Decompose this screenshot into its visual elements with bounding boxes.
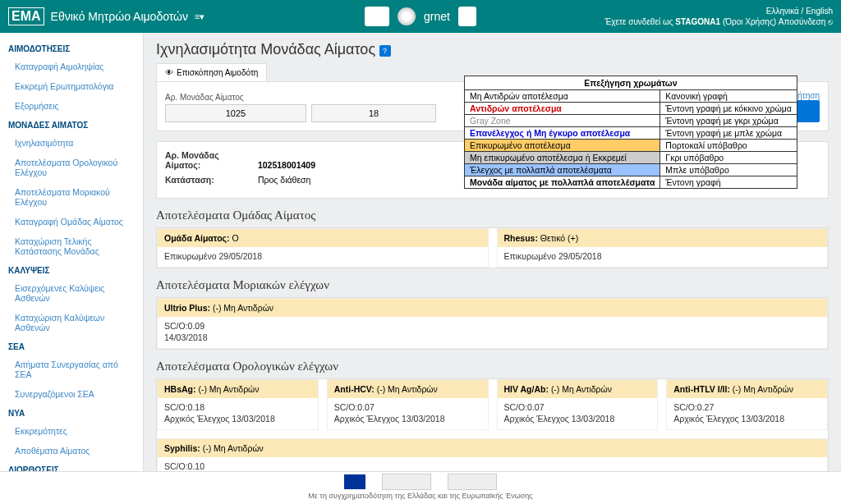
terms-link[interactable]: (Όροι Χρήσης) (723, 17, 776, 26)
legend-right: Κανονική γραφή (660, 90, 797, 103)
sero-sco: SC/O:0.27 (673, 402, 820, 412)
unit-id-input-b[interactable] (311, 104, 436, 122)
unit-id-display-value: 102518001409 (258, 160, 315, 170)
sero-date: Αρχικός Έλεγχος 13/03/2018 (334, 414, 481, 424)
sidebar: ΑΙΜΟΔΟΤΗΣΕΙΣΚαταγραφή ΑιμοληψίαςΕκκρεμή … (0, 33, 144, 471)
sidebar-item[interactable]: Καταγραφή Ομάδας Αίματος (0, 212, 143, 231)
sidebar-section-title: ΑΙΜΟΔΟΤΗΣΕΙΣ (0, 39, 143, 57)
sidebar-item[interactable]: Αιτήματα Συνεργασίας από ΣΕΑ (0, 355, 143, 384)
status-display-label: Κατάσταση: (165, 175, 255, 185)
sidebar-section-title: ΝΥΑ (0, 404, 143, 421)
sidebar-item[interactable]: Εκκρεμή Ερωτηματολόγια (0, 76, 143, 96)
sidebar-item[interactable]: Αποθέματα Αίματος (0, 441, 143, 460)
sero-date: Αρχικός Έλεγχος 13/03/2018 (673, 414, 820, 424)
sidebar-section-title: ΣΕΑ (0, 337, 143, 355)
sero-sco: SC/O:0.10 (164, 461, 820, 471)
sidebar-section-title: ΚΑΛΥΨΕΙΣ (0, 261, 143, 278)
footer-text: Με τη συγχρηματοδότηση της Ελλάδας και τ… (0, 492, 841, 500)
lang-english-link[interactable]: English (806, 7, 833, 16)
sidebar-item[interactable]: Συνεργαζόμενοι ΣΕΑ (0, 384, 143, 404)
legend-left: Επανέλεγχος ή Μη έγκυρο αποτέλεσμα (465, 127, 660, 140)
serological-card: Anti-HTLV I/II: (-) Μη ΑντιδρώνSC/O:0.27… (666, 379, 828, 430)
status-display-value: Προς διάθεση (258, 175, 310, 185)
partner-name-grnet: grnet (424, 10, 450, 23)
sidebar-item[interactable]: Ιχνηλασιμότητα (0, 133, 143, 153)
sidebar-item[interactable]: Αποτελέσματα Ορολογικού Ελέγχου (0, 153, 143, 182)
sero-date: Αρχικός Έλεγχος 13/03/2018 (164, 414, 311, 424)
sidebar-item[interactable]: Καταχώριση Τελικής Κατάστασης Μονάδας (0, 231, 143, 261)
legend-right: Έντονη γραφή (660, 176, 797, 189)
color-legend: Επεξήγηση χρωμάτων Μη Αντιδρών αποτέλεσμ… (464, 76, 797, 189)
logged-in-user: STAGONA1 (675, 17, 720, 26)
molecular-card: Ultrio Plus: (-) Μη Αντιδρών SC/O:0.09 1… (157, 298, 828, 349)
sero-name: Anti-HTLV I/II: (673, 384, 730, 394)
sidebar-item[interactable]: Αποτελέσματα Μοριακού Ελέγχου (0, 182, 143, 212)
sidebar-section-title: ΔΙΟΡΘΩΣΕΙΣ (0, 460, 143, 471)
main-content: Ιχνηλασιμότητα Μονάδας Αίματος ? Επισκόπ… (144, 33, 841, 471)
legend-header: Επεξήγηση χρωμάτων (465, 76, 797, 90)
molecular-result: (-) Μη Αντιδρών (213, 303, 273, 313)
sero-name: HBsAg: (164, 384, 196, 394)
legend-left: Αντιδρών αποτέλεσμα (465, 103, 660, 115)
sero-sco: SC/O:0.07 (504, 402, 651, 412)
footer-logo-espa (448, 474, 497, 490)
sidebar-item[interactable]: Εξορμήσεις (0, 96, 143, 116)
partner-logo-grnet-icon (398, 7, 416, 25)
molecular-panel: Ultrio Plus: (-) Μη Αντιδρών SC/O:0.09 1… (156, 297, 829, 350)
molecular-sco: SC/O:0.09 (164, 321, 820, 331)
sero-result: (-) Μη Αντιδρών (203, 443, 264, 453)
serological-card: Syphilis: (-) Μη ΑντιδρώνSC/O:0.10Αρχικό… (157, 438, 828, 471)
sero-name: Anti-HCV: (334, 384, 375, 394)
abo-confirmed: Επικυρωμένο 29/05/2018 (164, 251, 481, 261)
abo-card: Ομάδα Αίματος: O Επικυρωμένο 29/05/2018 (157, 228, 489, 268)
eu-flag-icon (344, 474, 365, 489)
help-icon[interactable]: ? (379, 45, 391, 57)
sidebar-item[interactable]: Καταχώριση Καλύψεων Ασθενών (0, 308, 143, 337)
footer-logo-1 (382, 474, 431, 490)
molecular-date: 14/03/2018 (164, 332, 820, 342)
rh-value: Θετικό (+) (540, 233, 578, 243)
sidebar-item[interactable]: Εκκρεμότητες (0, 421, 143, 441)
logout-icon[interactable]: ⎋ (828, 17, 833, 26)
serological-section-title: Αποτελέσματα Ορολογικών ελέγχων (156, 360, 829, 373)
tab-donor-overview[interactable]: Επισκόπηση Αιμοδότη (156, 63, 267, 82)
sero-result: (-) Μη Αντιδρών (198, 384, 259, 394)
brand-block: EMA Εθνικό Μητρώο Αιμοδοτών ≡▾ (8, 7, 205, 25)
legend-left: Έλεγχος με πολλαπλά αποτελέσματα (465, 164, 660, 176)
unit-id-input-a[interactable] (165, 104, 306, 122)
legend-left: Επικυρωμένο αποτέλεσμα (465, 140, 660, 152)
sero-result: (-) Μη Αντιδρών (377, 384, 438, 394)
sidebar-item[interactable]: Καταγραφή Αιμοληψίας (0, 57, 143, 76)
topbar: EMA Εθνικό Μητρώο Αιμοδοτών ≡▾ grnet Ελλ… (0, 0, 841, 33)
sero-date: Αρχικός Έλεγχος 13/03/2018 (504, 414, 651, 424)
lang-greek-link[interactable]: Ελληνικά (766, 7, 799, 16)
footer: Με τη συγχρηματοδότηση της Ελλάδας και τ… (0, 471, 841, 504)
serological-card: HIV Ag/Ab: (-) Μη ΑντιδρώνSC/O:0.07Αρχικ… (497, 379, 659, 430)
abo-label: Ομάδα Αίματος: (164, 233, 230, 243)
sero-result: (-) Μη Αντιδρών (733, 384, 793, 394)
brand-menu-icon[interactable]: ≡▾ (195, 11, 205, 22)
logout-link[interactable]: Αποσύνδεση (779, 17, 825, 26)
rh-label: Rhesus: (504, 233, 538, 243)
legend-right: Πορτοκαλί υπόβαθρο (660, 140, 797, 152)
partner-logo-eu (458, 7, 476, 26)
sidebar-section-title: ΜΟΝΑΔΕΣ ΑΙΜΑΤΟΣ (0, 116, 143, 133)
sero-name: HIV Ag/Ab: (504, 384, 549, 394)
legend-left: Gray Zone (465, 115, 660, 127)
legend-right: Γκρι υπόβαθρο (660, 152, 797, 164)
unit-id-display-label: Αρ. Μονάδας Αίματος: (165, 150, 255, 170)
sidebar-item[interactable]: Εισερχόμενες Καλύψεις Ασθενών (0, 278, 143, 308)
brand-logo: EMA (8, 7, 44, 25)
abo-value: O (232, 233, 238, 243)
legend-right: Έντονη γραφή με κόκκινο χρώμα (660, 103, 797, 115)
serological-panel: HBsAg: (-) Μη ΑντιδρώνSC/O:0.18Αρχικός Έ… (156, 378, 829, 471)
legend-left: Μη επικυρωμένο αποτέλεσμα ή Εκκρεμεί (465, 152, 660, 164)
legend-left: Μονάδα αίματος με πολλαπλά αποτελέσματα (465, 176, 660, 189)
unit-id-label: Αρ. Μονάδας Αίματος (165, 93, 436, 102)
brand-title: Εθνικό Μητρώο Αιμοδοτών (51, 10, 188, 23)
logged-in-prefix: Έχετε συνδεθεί ως (604, 17, 675, 26)
blood-group-panel: Ομάδα Αίματος: O Επικυρωμένο 29/05/2018 … (156, 227, 829, 268)
molecular-section-title: Αποτελέσματα Μοριακών ελέγχων (156, 278, 829, 292)
page-title-text: Ιχνηλασιμότητα Μονάδας Αίματος (156, 41, 375, 57)
partner-logos: grnet (365, 0, 476, 33)
